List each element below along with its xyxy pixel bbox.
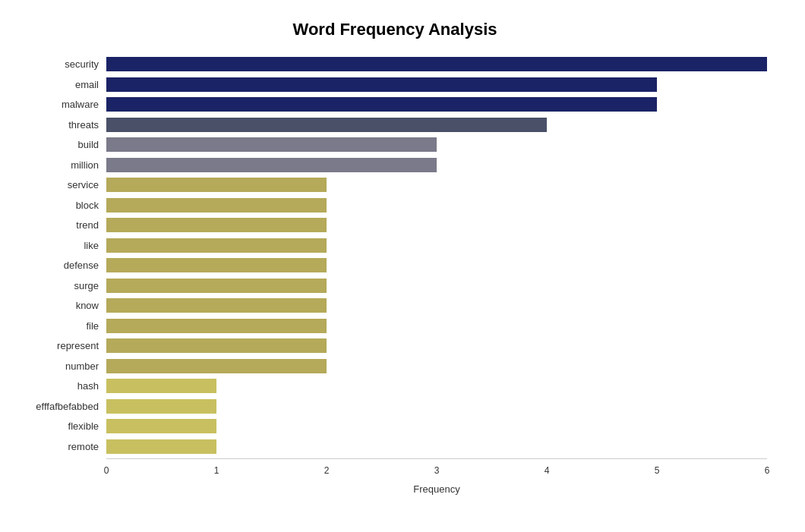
bar-track — [106, 399, 767, 414]
bar-fill — [106, 178, 327, 192]
bar-label: represent — [23, 340, 106, 351]
bar-fill — [106, 137, 437, 152]
bar-label: threats — [23, 119, 106, 131]
bar-fill — [106, 279, 327, 293]
bar-fill — [106, 218, 327, 232]
bar-row: efffafbefabbed — [23, 396, 767, 417]
bar-row: remote — [23, 436, 767, 457]
bar-track — [106, 158, 767, 172]
bar-label: email — [23, 79, 106, 90]
bar-label: file — [23, 320, 106, 332]
bar-track — [106, 118, 767, 132]
bar-track — [106, 379, 767, 393]
bar-row: surge — [23, 275, 767, 296]
x-tick: 6 — [765, 465, 770, 476]
bar-label: defense — [23, 260, 106, 271]
bar-track — [106, 258, 767, 272]
x-axis: 0123456 — [106, 465, 767, 480]
bar-label: block — [23, 200, 106, 211]
bar-track — [106, 359, 767, 373]
bar-row: million — [23, 155, 767, 175]
bar-label: service — [23, 179, 106, 190]
x-tick: 4 — [545, 465, 550, 476]
bar-row: number — [23, 356, 767, 376]
bar-row: malware — [23, 95, 767, 115]
bar-fill — [106, 57, 767, 71]
bar-fill — [106, 399, 216, 414]
bar-label: hash — [23, 380, 106, 392]
bar-row: represent — [23, 336, 767, 357]
bar-row: security — [23, 55, 767, 75]
bar-track — [106, 439, 767, 454]
bar-row: defense — [23, 256, 767, 276]
x-tick: 2 — [324, 465, 330, 476]
bar-track — [106, 178, 767, 192]
x-axis-label: Frequency — [106, 483, 767, 495]
x-tick: 1 — [214, 465, 219, 476]
bar-fill — [106, 338, 327, 353]
bar-label: flexible — [23, 420, 106, 432]
bar-track — [106, 97, 767, 112]
bar-track — [106, 77, 767, 92]
x-tick: 3 — [434, 465, 440, 476]
bar-fill — [106, 238, 327, 253]
chart-area: securityemailmalwarethreatsbuildmillions… — [23, 55, 767, 457]
bar-label: like — [23, 240, 106, 251]
bar-row: like — [23, 235, 767, 256]
bar-fill — [106, 118, 547, 132]
bar-fill — [106, 158, 437, 172]
bar-row: service — [23, 175, 767, 196]
bar-fill — [106, 359, 327, 373]
bar-track — [106, 57, 767, 71]
bar-fill — [106, 379, 216, 393]
x-tick: 0 — [104, 465, 109, 476]
bar-row: know — [23, 296, 767, 316]
bar-label: malware — [23, 99, 106, 110]
bar-label: surge — [23, 280, 106, 291]
bar-fill — [106, 298, 327, 313]
bar-label: trend — [23, 219, 106, 231]
bar-label: efffafbefabbed — [23, 401, 106, 412]
bar-fill — [106, 419, 216, 433]
bar-fill — [106, 258, 327, 272]
bar-fill — [106, 77, 657, 92]
bar-row: threats — [23, 115, 767, 135]
bar-track — [106, 419, 767, 433]
bar-track — [106, 279, 767, 293]
x-tick: 5 — [655, 465, 660, 476]
bar-fill — [106, 439, 216, 454]
bar-label: remote — [23, 441, 106, 452]
bar-fill — [106, 198, 327, 212]
bar-row: file — [23, 316, 767, 336]
chart-title: Word Frequency Analysis — [23, 20, 767, 39]
bar-label: build — [23, 139, 106, 150]
bar-row: block — [23, 195, 767, 216]
bar-row: email — [23, 74, 767, 95]
bar-track — [106, 218, 767, 232]
bar-track — [106, 298, 767, 313]
chart-container: Word Frequency Analysis securityemailmal… — [8, 5, 797, 528]
bar-fill — [106, 97, 657, 112]
bar-track — [106, 198, 767, 212]
bar-track — [106, 137, 767, 152]
bar-row: trend — [23, 216, 767, 236]
bar-track — [106, 338, 767, 353]
bar-label: security — [23, 58, 106, 70]
bar-row: build — [23, 135, 767, 156]
bar-track — [106, 319, 767, 333]
x-axis-line — [106, 458, 767, 459]
bar-row: hash — [23, 376, 767, 397]
bar-label: know — [23, 300, 106, 311]
bar-label: million — [23, 159, 106, 171]
bar-label: number — [23, 360, 106, 372]
bar-row: flexible — [23, 417, 767, 437]
bar-fill — [106, 319, 327, 333]
bar-track — [106, 238, 767, 253]
